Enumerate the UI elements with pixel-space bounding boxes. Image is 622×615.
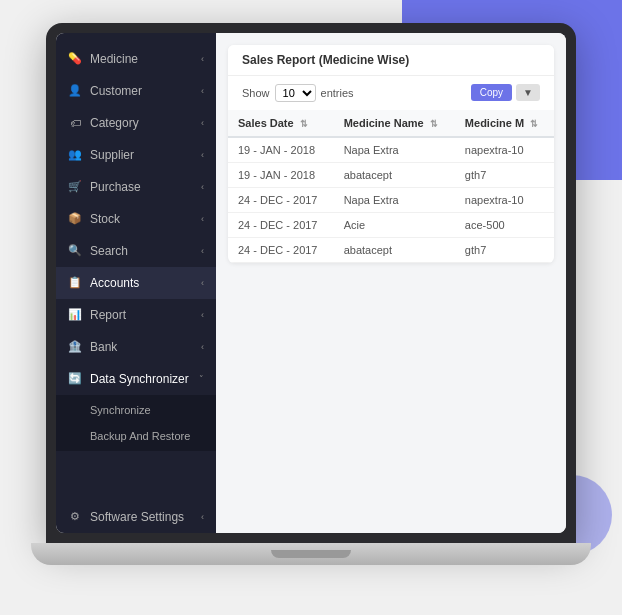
laptop-screen-outer: 💊 Medicine ‹ 👤 Customer ‹ 🏷 Categor xyxy=(46,23,576,543)
chevron-category: ‹ xyxy=(201,118,204,128)
chevron-supplier: ‹ xyxy=(201,150,204,160)
show-entries: Show 10 25 50 entries xyxy=(242,84,354,102)
sub-label-backup-restore: Backup And Restore xyxy=(90,430,190,442)
cell-medicine-m-0: napextra-10 xyxy=(455,137,554,163)
table-body: 19 - JAN - 2018Napa Extranapextra-1019 -… xyxy=(228,137,554,263)
sidebar-label-data-sync: Data Synchronizer xyxy=(90,372,189,386)
copy-button[interactable]: Copy xyxy=(471,84,512,101)
report-card: Sales Report (Medicine Wise) Show 10 25 … xyxy=(228,45,554,263)
entries-select[interactable]: 10 25 50 xyxy=(275,84,316,102)
sidebar-label-category: Category xyxy=(90,116,139,130)
sort-icon-medicine-name: ⇅ xyxy=(430,119,438,129)
cell-date-3: 24 - DEC - 2017 xyxy=(228,212,334,237)
sidebar-item-search[interactable]: 🔍 Search ‹ xyxy=(56,235,216,267)
main-content: Sales Report (Medicine Wise) Show 10 25 … xyxy=(216,33,566,533)
data-table: Sales Date ⇅ Medicine Name ⇅ Medicine M … xyxy=(228,110,554,263)
table-row: 24 - DEC - 2017abataceptgth7 xyxy=(228,237,554,262)
sidebar-item-medicine[interactable]: 💊 Medicine ‹ xyxy=(56,43,216,75)
medicine-icon: 💊 xyxy=(68,52,82,66)
more-button[interactable]: ▼ xyxy=(516,84,540,101)
accounts-icon: 📋 xyxy=(68,276,82,290)
sidebar-item-category[interactable]: 🏷 Category ‹ xyxy=(56,107,216,139)
sidebar: 💊 Medicine ‹ 👤 Customer ‹ 🏷 Categor xyxy=(56,33,216,533)
laptop-screen-inner: 💊 Medicine ‹ 👤 Customer ‹ 🏷 Categor xyxy=(56,33,566,533)
cell-medicine-name-0: Napa Extra xyxy=(334,137,455,163)
table-row: 24 - DEC - 2017Napa Extranapextra-10 xyxy=(228,187,554,212)
chevron-data-sync: ˅ xyxy=(199,374,204,384)
sidebar-item-stock[interactable]: 📦 Stock ‹ xyxy=(56,203,216,235)
cell-medicine-name-3: Acie xyxy=(334,212,455,237)
sidebar-label-medicine: Medicine xyxy=(90,52,138,66)
supplier-icon: 👥 xyxy=(68,148,82,162)
cell-date-0: 19 - JAN - 2018 xyxy=(228,137,334,163)
table-controls: Show 10 25 50 entries Copy ▼ xyxy=(228,76,554,110)
sidebar-item-software-settings[interactable]: ⚙ Software Settings ‹ xyxy=(56,501,216,533)
sidebar-sub-item-backup-restore[interactable]: Backup And Restore xyxy=(56,423,216,449)
sidebar-sub-menu: Synchronize Backup And Restore xyxy=(56,395,216,451)
sidebar-label-customer: Customer xyxy=(90,84,142,98)
sidebar-item-data-sync[interactable]: 🔄 Data Synchronizer ˅ xyxy=(56,363,216,395)
sidebar-item-supplier[interactable]: 👥 Supplier ‹ xyxy=(56,139,216,171)
cell-medicine-m-4: gth7 xyxy=(455,237,554,262)
laptop-notch xyxy=(271,550,351,558)
table-actions: Copy ▼ xyxy=(471,84,540,101)
sidebar-item-customer[interactable]: 👤 Customer ‹ xyxy=(56,75,216,107)
entries-label: entries xyxy=(321,87,354,99)
report-title: Sales Report (Medicine Wise) xyxy=(228,45,554,76)
sidebar-label-report: Report xyxy=(90,308,126,322)
sidebar-label-search: Search xyxy=(90,244,128,258)
table-row: 19 - JAN - 2018Napa Extranapextra-10 xyxy=(228,137,554,163)
cell-medicine-m-1: gth7 xyxy=(455,162,554,187)
chevron-accounts: ‹ xyxy=(201,278,204,288)
cell-date-2: 24 - DEC - 2017 xyxy=(228,187,334,212)
table-header-row: Sales Date ⇅ Medicine Name ⇅ Medicine M … xyxy=(228,110,554,137)
chevron-customer: ‹ xyxy=(201,86,204,96)
sidebar-label-purchase: Purchase xyxy=(90,180,141,194)
chevron-search: ‹ xyxy=(201,246,204,256)
sidebar-label-software-settings: Software Settings xyxy=(90,510,184,524)
show-label: Show xyxy=(242,87,270,99)
chevron-report: ‹ xyxy=(201,310,204,320)
laptop-base xyxy=(31,543,591,565)
cell-medicine-name-1: abatacept xyxy=(334,162,455,187)
category-icon: 🏷 xyxy=(68,116,82,130)
software-settings-icon: ⚙ xyxy=(68,510,82,524)
chevron-purchase: ‹ xyxy=(201,182,204,192)
sort-icon-sales-date: ⇅ xyxy=(300,119,308,129)
th-sales-date[interactable]: Sales Date ⇅ xyxy=(228,110,334,137)
cell-medicine-name-4: abatacept xyxy=(334,237,455,262)
stock-icon: 📦 xyxy=(68,212,82,226)
th-medicine-m-label: Medicine M xyxy=(465,117,524,129)
th-medicine-name-label: Medicine Name xyxy=(344,117,424,129)
cell-date-1: 19 - JAN - 2018 xyxy=(228,162,334,187)
sidebar-label-stock: Stock xyxy=(90,212,120,226)
sort-icon-medicine-m: ⇅ xyxy=(530,119,538,129)
chevron-medicine: ‹ xyxy=(201,54,204,64)
th-medicine-m[interactable]: Medicine M ⇅ xyxy=(455,110,554,137)
sidebar-label-accounts: Accounts xyxy=(90,276,139,290)
sub-label-synchronize: Synchronize xyxy=(90,404,151,416)
sidebar-label-supplier: Supplier xyxy=(90,148,134,162)
table-row: 19 - JAN - 2018abataceptgth7 xyxy=(228,162,554,187)
chevron-stock: ‹ xyxy=(201,214,204,224)
chevron-software-settings: ‹ xyxy=(201,512,204,522)
sidebar-label-bank: Bank xyxy=(90,340,117,354)
cell-medicine-m-2: napextra-10 xyxy=(455,187,554,212)
sidebar-sub-item-synchronize[interactable]: Synchronize xyxy=(56,397,216,423)
cell-date-4: 24 - DEC - 2017 xyxy=(228,237,334,262)
table-row: 24 - DEC - 2017Acieace-500 xyxy=(228,212,554,237)
th-medicine-name[interactable]: Medicine Name ⇅ xyxy=(334,110,455,137)
cell-medicine-name-2: Napa Extra xyxy=(334,187,455,212)
report-icon: 📊 xyxy=(68,308,82,322)
sidebar-item-bank[interactable]: 🏦 Bank ‹ xyxy=(56,331,216,363)
cell-medicine-m-3: ace-500 xyxy=(455,212,554,237)
customer-icon: 👤 xyxy=(68,84,82,98)
sidebar-item-accounts[interactable]: 📋 Accounts ‹ xyxy=(56,267,216,299)
sidebar-item-purchase[interactable]: 🛒 Purchase ‹ xyxy=(56,171,216,203)
laptop-wrapper: 💊 Medicine ‹ 👤 Customer ‹ 🏷 Categor xyxy=(31,23,591,593)
sidebar-item-report[interactable]: 📊 Report ‹ xyxy=(56,299,216,331)
th-sales-date-label: Sales Date xyxy=(238,117,294,129)
search-icon: 🔍 xyxy=(68,244,82,258)
chevron-bank: ‹ xyxy=(201,342,204,352)
bank-icon: 🏦 xyxy=(68,340,82,354)
